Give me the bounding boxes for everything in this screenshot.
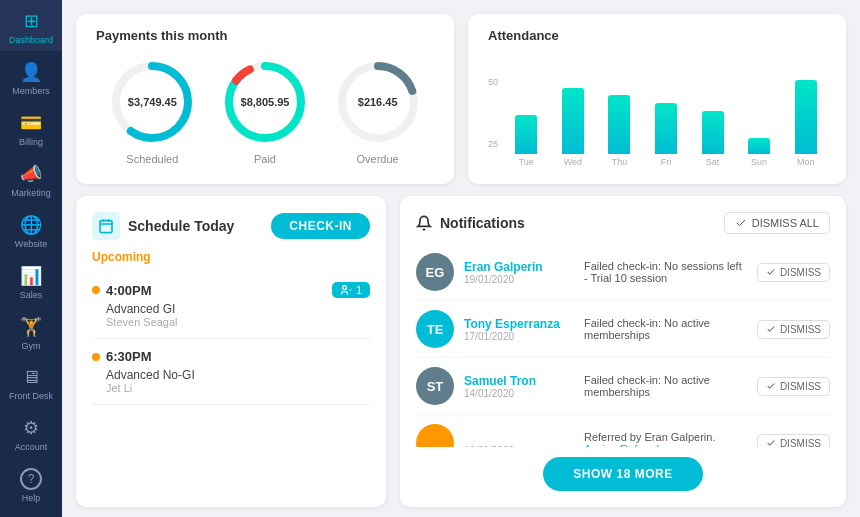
y-label-50: 50: [488, 77, 498, 87]
schedule-icon: [92, 212, 120, 240]
schedule-entry-2: 6:30PM Advanced No-GI Jet Li: [92, 339, 370, 405]
notif-row-3: 12/01/2020 Referred by Eran Galperin. As…: [416, 415, 830, 447]
sidebar-label: Gym: [22, 341, 41, 351]
paid-circle: $8,805.95 Paid: [220, 57, 310, 165]
schedule-header: Schedule Today CHECK-IN: [92, 212, 370, 240]
notif-avatar-1: TE: [416, 310, 454, 348]
sidebar-item-members[interactable]: 👤 Members: [0, 51, 62, 102]
count-badge-text-1: 1: [356, 284, 362, 296]
overdue-container: $216.45: [333, 57, 423, 147]
sidebar-label: Help: [22, 493, 41, 503]
notif-name-2[interactable]: Samuel Tron: [464, 374, 574, 388]
dismiss-all-label: DISMISS ALL: [752, 217, 819, 229]
overdue-value: $216.45: [358, 96, 398, 108]
dismiss-button-2[interactable]: DISMISS: [757, 377, 830, 396]
bar-tue: [515, 115, 537, 154]
show-more-button[interactable]: SHOW 18 MORE: [543, 457, 702, 491]
bar-group-fri: Fri: [646, 103, 687, 167]
dismiss-all-button[interactable]: DISMISS ALL: [724, 212, 830, 234]
sidebar-item-help[interactable]: ? Help: [0, 458, 62, 509]
bar-mon: [795, 80, 817, 154]
count-badge-1: 1: [332, 282, 370, 298]
class-name-1: Advanced GI: [106, 302, 370, 316]
notifications-list: EG Eran Galperin 19/01/2020 Failed check…: [416, 244, 830, 447]
sidebar-item-sales[interactable]: 📊 Sales: [0, 255, 62, 306]
overdue-circle: $216.45 Overdue: [333, 57, 423, 165]
sidebar-label: Dashboard: [9, 35, 53, 45]
sidebar-label: Members: [12, 86, 50, 96]
attendance-title: Attendance: [488, 28, 826, 43]
scheduled-value: $3,749.45: [128, 96, 177, 108]
notif-date-3: 12/01/2020: [464, 445, 574, 448]
bar-sun: [748, 138, 770, 154]
scheduled-circle: $3,749.45 Scheduled: [107, 57, 197, 165]
paid-container: $8,805.95: [220, 57, 310, 147]
sidebar-label: Sales: [20, 290, 43, 300]
notif-person-0: Eran Galperin 19/01/2020: [464, 260, 574, 285]
marketing-icon: 📣: [20, 163, 42, 185]
members-icon: 👤: [20, 61, 42, 83]
notif-avatar-2: ST: [416, 367, 454, 405]
attendance-card: Attendance 50 25 Tue Wed Thu Fri Sat: [468, 14, 846, 184]
checkin-button[interactable]: CHECK-IN: [271, 213, 370, 239]
notifications-card: Notifications DISMISS ALL EG Eran Galper…: [400, 196, 846, 507]
notifications-title-text: Notifications: [440, 215, 525, 231]
bar-label-wed: Wed: [564, 157, 582, 167]
sidebar-label: Marketing: [11, 188, 51, 198]
sidebar-item-gym[interactable]: 🏋 Gym: [0, 306, 62, 357]
bar-label-fri: Fri: [661, 157, 672, 167]
notif-name-1[interactable]: Tony Esperranza: [464, 317, 574, 331]
payments-title: Payments this month: [96, 28, 434, 43]
schedule-title: Schedule Today: [92, 212, 234, 240]
paid-label: Paid: [254, 153, 276, 165]
notif-name-0[interactable]: Eran Galperin: [464, 260, 574, 274]
time-text-1: 4:00PM: [106, 283, 152, 298]
bottom-section: Schedule Today CHECK-IN Upcoming 4:00PM …: [76, 196, 846, 507]
bar-group-tue: Tue: [506, 115, 547, 167]
notif-date-1: 17/01/2020: [464, 331, 574, 342]
notif-date-0: 19/01/2020: [464, 274, 574, 285]
notif-avatar-3: [416, 424, 454, 447]
notif-person-3: 12/01/2020: [464, 431, 574, 448]
billing-icon: 💳: [20, 112, 42, 134]
bar-fri: [655, 103, 677, 154]
bar-group-mon: Mon: [785, 80, 826, 167]
bar-label-sat: Sat: [706, 157, 720, 167]
payment-circles: $3,749.45 Scheduled $8,805.95 Paid: [96, 57, 434, 165]
notifications-header: Notifications DISMISS ALL: [416, 212, 830, 234]
schedule-entry-1: 4:00PM 1 Advanced GI Steven Seagal: [92, 272, 370, 339]
bar-group-sun: Sun: [739, 138, 780, 167]
overdue-label: Overdue: [357, 153, 399, 165]
time-row-2: 6:30PM: [92, 349, 370, 364]
bar-label-mon: Mon: [797, 157, 815, 167]
bell-icon: [416, 215, 432, 231]
help-icon: ?: [20, 468, 42, 490]
gym-icon: 🏋: [20, 316, 42, 338]
sidebar-item-dashboard[interactable]: ⊞ Dashboard: [0, 0, 62, 51]
time-dot-1: [92, 286, 100, 294]
sidebar: ⊞ Dashboard 👤 Members 💳 Billing 📣 Market…: [0, 0, 62, 517]
dismiss-button-3[interactable]: DISMISS: [757, 434, 830, 448]
account-icon: ⚙: [23, 417, 39, 439]
chart-y-labels: 50 25: [488, 77, 498, 167]
upcoming-label: Upcoming: [92, 250, 370, 264]
notif-link-3[interactable]: Assign Referral: [584, 443, 659, 447]
sidebar-label: Account: [15, 442, 48, 452]
sidebar-label: Billing: [19, 137, 43, 147]
chart-bars: Tue Wed Thu Fri Sat Sun Mon: [506, 72, 826, 167]
sidebar-item-website[interactable]: 🌐 Website: [0, 204, 62, 255]
dashboard-icon: ⊞: [24, 10, 39, 32]
bar-group-sat: Sat: [692, 111, 733, 167]
sidebar-item-billing[interactable]: 💳 Billing: [0, 102, 62, 153]
sidebar-item-marketing[interactable]: 📣 Marketing: [0, 153, 62, 204]
notifications-title: Notifications: [416, 215, 525, 231]
schedule-title-text: Schedule Today: [128, 218, 234, 234]
notif-row-2: ST Samuel Tron 14/01/2020 Failed check-i…: [416, 358, 830, 415]
svg-rect-7: [100, 221, 112, 233]
dismiss-button-1[interactable]: DISMISS: [757, 320, 830, 339]
bar-wed: [562, 88, 584, 154]
sidebar-item-frontdesk[interactable]: 🖥 Front Desk: [0, 357, 62, 407]
sidebar-item-account[interactable]: ⚙ Account: [0, 407, 62, 458]
time-row-1: 4:00PM 1: [92, 282, 370, 298]
dismiss-button-0[interactable]: DISMISS: [757, 263, 830, 282]
